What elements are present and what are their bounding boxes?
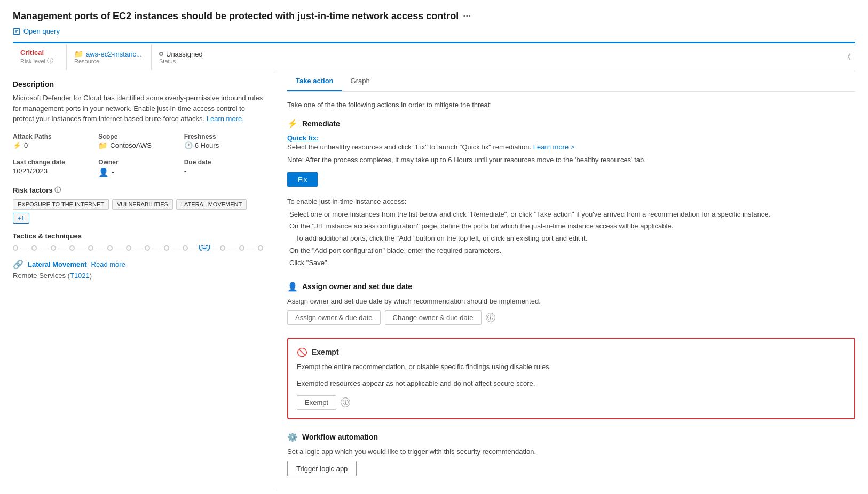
- note-text: Note: After the process completes, it ma…: [287, 155, 855, 165]
- right-tabs: Take action Graph: [287, 71, 855, 92]
- timeline-dot-14: [258, 245, 263, 251]
- timeline-dot-9: [164, 245, 169, 251]
- change-owner-button[interactable]: Change owner & due date: [385, 310, 482, 325]
- learn-more-link[interactable]: Learn more >: [533, 143, 575, 151]
- owner-icon: 👤: [98, 167, 109, 177]
- clock-icon: 🕐: [184, 141, 193, 149]
- timeline-dot-5: [88, 245, 93, 251]
- workflow-title: ⚙️ Workflow automation: [287, 432, 855, 442]
- exempt-desc2: Exempted resources appear as not applica…: [297, 378, 846, 389]
- status-dot: [159, 52, 163, 56]
- timeline-dot-3: [51, 245, 56, 251]
- remediate-section: ⚡ Remediate Quick fix: Select the unheal…: [287, 118, 855, 268]
- last-change-item: Last change date 10/21/2023: [13, 158, 92, 177]
- assign-btn-row: Assign owner & due date Change owner & d…: [287, 310, 855, 325]
- risk-tag-lateral[interactable]: LATERAL MOVEMENT: [176, 199, 247, 210]
- risk-tag-more[interactable]: +1: [13, 213, 29, 224]
- status-tab[interactable]: Unassigned Status: [152, 45, 216, 70]
- fix-button[interactable]: Fix: [287, 172, 318, 187]
- exempt-button[interactable]: Exempt: [297, 395, 336, 410]
- assign-info-icon[interactable]: ⓘ: [486, 313, 495, 322]
- jit-step-1: Select one or more Instances from the li…: [287, 209, 855, 220]
- attack-paths-item: Attack Paths ⚡ 0: [13, 133, 92, 150]
- meta-grid-bottom: Last change date 10/21/2023 Owner 👤 - Du…: [13, 158, 263, 177]
- learn-more-link-desc[interactable]: Learn more.: [207, 115, 244, 123]
- scope-folder-icon: 📁: [98, 141, 107, 150]
- risk-tags-container: EXPOSURE TO THE INTERNET VULNERABILITIES…: [13, 199, 263, 224]
- remote-services-row: Remote Services (T1021): [13, 272, 263, 280]
- risk-factors-info-icon[interactable]: ⓘ: [54, 186, 61, 195]
- jit-step-2b: To add additional ports, click the "Add"…: [287, 233, 855, 244]
- jit-title: To enable just-in-time instance access:: [287, 196, 855, 207]
- risk-tag-internet[interactable]: EXPOSURE TO THE INTERNET: [13, 199, 109, 210]
- jit-step-2: On the "JIT instance access configuratio…: [287, 221, 855, 232]
- read-more-link[interactable]: Read more: [91, 260, 125, 268]
- description-body: Microsoft Defender for Cloud has identif…: [13, 93, 263, 124]
- due-date-item: Due date -: [184, 158, 263, 177]
- remediate-title: ⚡ Remediate: [287, 118, 855, 129]
- assign-title: 👤 Assign owner and set due date: [287, 282, 855, 292]
- folder-icon: 📁: [74, 50, 83, 58]
- trigger-logic-app-button[interactable]: Trigger logic app: [287, 461, 357, 476]
- main-layout: Description Microsoft Defender for Cloud…: [13, 71, 855, 489]
- t1021-link[interactable]: T1021: [70, 272, 90, 280]
- query-icon: [13, 28, 20, 35]
- workflow-section: ⚙️ Workflow automation Set a logic app w…: [287, 432, 855, 476]
- more-options-icon[interactable]: ···: [463, 11, 471, 22]
- exempt-info-icon[interactable]: ⓘ: [341, 397, 350, 407]
- timeline-dot-13: [239, 245, 244, 251]
- exempt-desc1: Exempt the entire recommendation, or dis…: [297, 362, 846, 372]
- right-panel: Take action Graph Take one of the the fo…: [274, 71, 855, 489]
- exempt-title: 🚫 Exempt: [297, 347, 846, 357]
- tab-take-action[interactable]: Take action: [287, 71, 342, 91]
- lateral-icon: 🔗: [13, 259, 23, 269]
- resource-tab[interactable]: 📁 aws-ec2-instanc... Resource: [66, 44, 152, 70]
- freshness-item: Freshness 🕐 6 Hours: [184, 133, 263, 150]
- timeline-dot-8: [145, 245, 150, 251]
- jit-step-4: Click "Save".: [287, 258, 855, 269]
- timeline-dot-12: [220, 245, 225, 251]
- risk-factors-section: Risk factors ⓘ EXPOSURE TO THE INTERNET …: [13, 186, 263, 224]
- info-tabs-row: Critical Risk level ⓘ 📁 aws-ec2-instanc.…: [13, 43, 855, 71]
- left-panel: Description Microsoft Defender for Cloud…: [13, 71, 274, 489]
- tactics-timeline: [13, 245, 263, 251]
- lightning-icon: ⚡: [287, 118, 298, 129]
- exempt-btn-row: Exempt ⓘ: [297, 395, 846, 410]
- timeline-dot-7: [126, 245, 131, 251]
- assign-section: 👤 Assign owner and set due date Assign o…: [287, 282, 855, 325]
- open-query-link[interactable]: Open query: [13, 27, 855, 35]
- no-entry-icon: 🚫: [297, 347, 307, 357]
- tactics-section: Tactics & techniques: [13, 232, 263, 280]
- owner-item: Owner 👤 -: [98, 158, 177, 177]
- lateral-movement-label: Lateral Movement: [28, 260, 87, 268]
- jit-steps: Select one or more Instances from the li…: [287, 209, 855, 269]
- scope-item: Scope 📁 ContosoAWS: [98, 133, 177, 150]
- page-title: Management ports of EC2 instances should…: [13, 11, 855, 22]
- action-intro: Take one of the the following actions in…: [287, 100, 855, 110]
- collapse-panel-button[interactable]: 《: [840, 48, 855, 66]
- lateral-movement-row: 🔗 Lateral Movement Read more: [13, 259, 263, 269]
- jit-step-3: On the "Add port configuration" blade, e…: [287, 245, 855, 257]
- timeline-dot-2: [31, 245, 37, 251]
- info-icon[interactable]: ⓘ: [47, 57, 53, 66]
- risk-level-tab[interactable]: Critical Risk level ⓘ: [13, 43, 66, 71]
- quick-fix-label: Quick fix: Select the unhealthy resource…: [287, 134, 855, 153]
- risk-tag-vuln[interactable]: VULNERABILITIES: [112, 199, 173, 210]
- exempt-section: 🚫 Exempt Exempt the entire recommendatio…: [287, 338, 855, 419]
- tab-graph[interactable]: Graph: [342, 71, 378, 91]
- description-heading: Description: [13, 80, 263, 89]
- assign-subtitle: Assign owner and set due date by which r…: [287, 297, 855, 305]
- assign-icon: 👤: [287, 282, 298, 292]
- timeline-dot-6: [107, 245, 113, 251]
- tactics-heading: Tactics & techniques: [13, 232, 263, 240]
- timeline-dot-1: [13, 245, 18, 251]
- svg-point-0: [199, 245, 210, 251]
- timeline-dot-10: [183, 245, 188, 251]
- timeline-dot-lateral[interactable]: [201, 245, 207, 251]
- attack-icon: ⚡: [13, 141, 21, 149]
- workflow-icon: ⚙️: [287, 432, 298, 442]
- workflow-subtitle: Set a logic app which you would like to …: [287, 448, 855, 456]
- assign-owner-button[interactable]: Assign owner & due date: [287, 310, 381, 325]
- meta-grid-top: Attack Paths ⚡ 0 Scope 📁 ContosoAWS: [13, 133, 263, 150]
- timeline-dot-4: [69, 245, 75, 251]
